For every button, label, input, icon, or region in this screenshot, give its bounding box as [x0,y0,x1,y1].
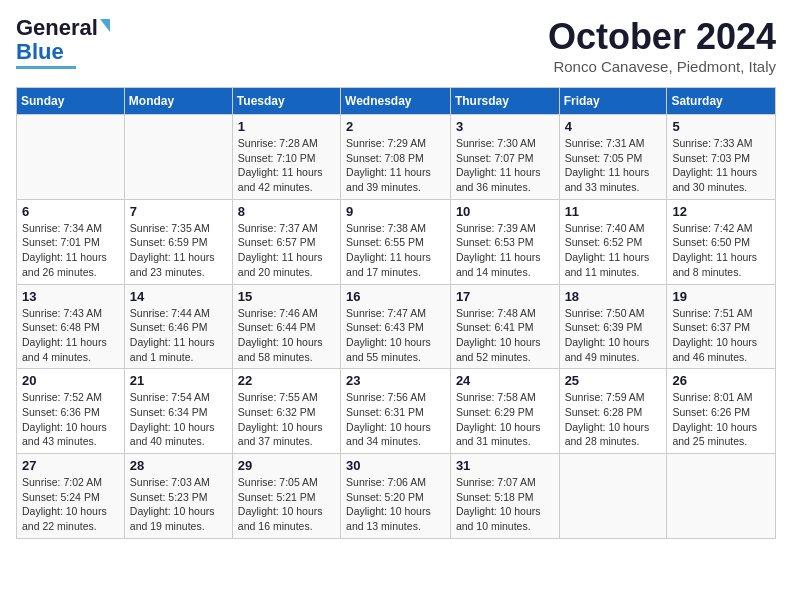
table-row: 29Sunrise: 7:05 AM Sunset: 5:21 PM Dayli… [232,454,340,539]
calendar-week-row: 6Sunrise: 7:34 AM Sunset: 7:01 PM Daylig… [17,199,776,284]
day-number: 18 [565,289,662,304]
day-number: 21 [130,373,227,388]
day-info: Sunrise: 8:01 AM Sunset: 6:26 PM Dayligh… [672,390,770,449]
table-row [667,454,776,539]
day-number: 15 [238,289,335,304]
calendar-week-row: 1Sunrise: 7:28 AM Sunset: 7:10 PM Daylig… [17,115,776,200]
day-info: Sunrise: 7:43 AM Sunset: 6:48 PM Dayligh… [22,306,119,365]
table-row [559,454,667,539]
day-info: Sunrise: 7:59 AM Sunset: 6:28 PM Dayligh… [565,390,662,449]
table-row: 12Sunrise: 7:42 AM Sunset: 6:50 PM Dayli… [667,199,776,284]
table-row [124,115,232,200]
table-row: 20Sunrise: 7:52 AM Sunset: 6:36 PM Dayli… [17,369,125,454]
day-info: Sunrise: 7:39 AM Sunset: 6:53 PM Dayligh… [456,221,554,280]
col-thursday: Thursday [450,88,559,115]
table-row: 31Sunrise: 7:07 AM Sunset: 5:18 PM Dayli… [450,454,559,539]
day-info: Sunrise: 7:56 AM Sunset: 6:31 PM Dayligh… [346,390,445,449]
table-row: 18Sunrise: 7:50 AM Sunset: 6:39 PM Dayli… [559,284,667,369]
day-info: Sunrise: 7:44 AM Sunset: 6:46 PM Dayligh… [130,306,227,365]
col-friday: Friday [559,88,667,115]
day-info: Sunrise: 7:42 AM Sunset: 6:50 PM Dayligh… [672,221,770,280]
day-number: 1 [238,119,335,134]
table-row: 16Sunrise: 7:47 AM Sunset: 6:43 PM Dayli… [341,284,451,369]
table-row: 13Sunrise: 7:43 AM Sunset: 6:48 PM Dayli… [17,284,125,369]
day-info: Sunrise: 7:07 AM Sunset: 5:18 PM Dayligh… [456,475,554,534]
calendar-week-row: 13Sunrise: 7:43 AM Sunset: 6:48 PM Dayli… [17,284,776,369]
day-number: 19 [672,289,770,304]
table-row: 11Sunrise: 7:40 AM Sunset: 6:52 PM Dayli… [559,199,667,284]
col-monday: Monday [124,88,232,115]
day-info: Sunrise: 7:06 AM Sunset: 5:20 PM Dayligh… [346,475,445,534]
day-number: 27 [22,458,119,473]
calendar-header-row: Sunday Monday Tuesday Wednesday Thursday… [17,88,776,115]
table-row: 26Sunrise: 8:01 AM Sunset: 6:26 PM Dayli… [667,369,776,454]
day-info: Sunrise: 7:51 AM Sunset: 6:37 PM Dayligh… [672,306,770,365]
logo-subtext: Blue [16,40,64,64]
table-row: 6Sunrise: 7:34 AM Sunset: 7:01 PM Daylig… [17,199,125,284]
day-number: 3 [456,119,554,134]
col-sunday: Sunday [17,88,125,115]
day-number: 29 [238,458,335,473]
logo: General Blue [16,16,110,69]
day-number: 22 [238,373,335,388]
calendar-table: Sunday Monday Tuesday Wednesday Thursday… [16,87,776,539]
logo-line [16,66,76,69]
day-number: 5 [672,119,770,134]
day-number: 26 [672,373,770,388]
table-row: 9Sunrise: 7:38 AM Sunset: 6:55 PM Daylig… [341,199,451,284]
table-row: 22Sunrise: 7:55 AM Sunset: 6:32 PM Dayli… [232,369,340,454]
table-row: 10Sunrise: 7:39 AM Sunset: 6:53 PM Dayli… [450,199,559,284]
table-row: 19Sunrise: 7:51 AM Sunset: 6:37 PM Dayli… [667,284,776,369]
day-number: 8 [238,204,335,219]
table-row: 3Sunrise: 7:30 AM Sunset: 7:07 PM Daylig… [450,115,559,200]
day-info: Sunrise: 7:03 AM Sunset: 5:23 PM Dayligh… [130,475,227,534]
table-row: 4Sunrise: 7:31 AM Sunset: 7:05 PM Daylig… [559,115,667,200]
day-info: Sunrise: 7:46 AM Sunset: 6:44 PM Dayligh… [238,306,335,365]
day-number: 12 [672,204,770,219]
day-info: Sunrise: 7:55 AM Sunset: 6:32 PM Dayligh… [238,390,335,449]
day-info: Sunrise: 7:35 AM Sunset: 6:59 PM Dayligh… [130,221,227,280]
day-number: 28 [130,458,227,473]
month-title: October 2024 [548,16,776,58]
day-number: 4 [565,119,662,134]
col-tuesday: Tuesday [232,88,340,115]
table-row: 30Sunrise: 7:06 AM Sunset: 5:20 PM Dayli… [341,454,451,539]
day-number: 10 [456,204,554,219]
day-info: Sunrise: 7:05 AM Sunset: 5:21 PM Dayligh… [238,475,335,534]
table-row: 7Sunrise: 7:35 AM Sunset: 6:59 PM Daylig… [124,199,232,284]
table-row: 25Sunrise: 7:59 AM Sunset: 6:28 PM Dayli… [559,369,667,454]
day-number: 17 [456,289,554,304]
day-number: 7 [130,204,227,219]
day-info: Sunrise: 7:54 AM Sunset: 6:34 PM Dayligh… [130,390,227,449]
day-number: 13 [22,289,119,304]
col-saturday: Saturday [667,88,776,115]
day-number: 11 [565,204,662,219]
day-number: 23 [346,373,445,388]
table-row: 1Sunrise: 7:28 AM Sunset: 7:10 PM Daylig… [232,115,340,200]
day-info: Sunrise: 7:30 AM Sunset: 7:07 PM Dayligh… [456,136,554,195]
day-number: 31 [456,458,554,473]
table-row: 5Sunrise: 7:33 AM Sunset: 7:03 PM Daylig… [667,115,776,200]
table-row: 17Sunrise: 7:48 AM Sunset: 6:41 PM Dayli… [450,284,559,369]
day-info: Sunrise: 7:33 AM Sunset: 7:03 PM Dayligh… [672,136,770,195]
day-number: 16 [346,289,445,304]
day-info: Sunrise: 7:47 AM Sunset: 6:43 PM Dayligh… [346,306,445,365]
table-row: 28Sunrise: 7:03 AM Sunset: 5:23 PM Dayli… [124,454,232,539]
day-info: Sunrise: 7:50 AM Sunset: 6:39 PM Dayligh… [565,306,662,365]
day-number: 6 [22,204,119,219]
calendar-week-row: 27Sunrise: 7:02 AM Sunset: 5:24 PM Dayli… [17,454,776,539]
table-row: 23Sunrise: 7:56 AM Sunset: 6:31 PM Dayli… [341,369,451,454]
day-number: 14 [130,289,227,304]
day-number: 20 [22,373,119,388]
table-row: 24Sunrise: 7:58 AM Sunset: 6:29 PM Dayli… [450,369,559,454]
day-info: Sunrise: 7:28 AM Sunset: 7:10 PM Dayligh… [238,136,335,195]
page-header: General Blue October 2024 Ronco Canavese… [16,16,776,75]
table-row: 27Sunrise: 7:02 AM Sunset: 5:24 PM Dayli… [17,454,125,539]
day-info: Sunrise: 7:34 AM Sunset: 7:01 PM Dayligh… [22,221,119,280]
day-info: Sunrise: 7:58 AM Sunset: 6:29 PM Dayligh… [456,390,554,449]
day-info: Sunrise: 7:31 AM Sunset: 7:05 PM Dayligh… [565,136,662,195]
day-number: 30 [346,458,445,473]
day-info: Sunrise: 7:48 AM Sunset: 6:41 PM Dayligh… [456,306,554,365]
table-row: 14Sunrise: 7:44 AM Sunset: 6:46 PM Dayli… [124,284,232,369]
table-row: 2Sunrise: 7:29 AM Sunset: 7:08 PM Daylig… [341,115,451,200]
